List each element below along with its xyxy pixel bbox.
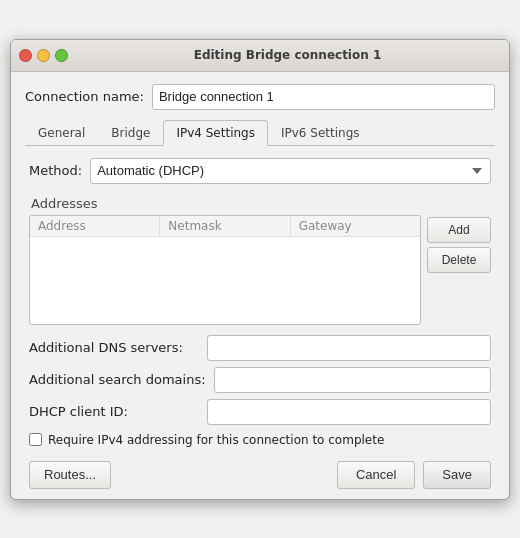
ipv4-settings-section: Method: Automatic (DHCP) Manual Link-Loc… [25,158,495,489]
method-select[interactable]: Automatic (DHCP) Manual Link-Local Only … [90,158,491,184]
action-buttons: Cancel Save [337,461,491,489]
bottom-row: Routes... Cancel Save [29,455,491,489]
tab-ipv6[interactable]: IPv6 Settings [268,120,373,146]
titlebar-buttons [19,49,68,62]
content-area: Connection name: General Bridge IPv4 Set… [11,72,509,499]
addresses-table: Address Netmask Gateway [29,215,421,325]
dhcp-row: DHCP client ID: [29,399,491,425]
require-ipv4-label: Require IPv4 addressing for this connect… [48,433,384,447]
table-body [30,237,420,319]
window-title: Editing Bridge connection 1 [74,48,501,62]
delete-button[interactable]: Delete [427,247,491,273]
dhcp-label: DHCP client ID: [29,404,199,419]
netmask-header: Netmask [160,216,290,236]
extra-fields: Additional DNS servers: Additional searc… [29,335,491,425]
connection-name-row: Connection name: [25,84,495,110]
table-header: Address Netmask Gateway [30,216,420,237]
require-ipv4-row: Require IPv4 addressing for this connect… [29,433,491,447]
search-row: Additional search domains: [29,367,491,393]
maximize-button[interactable] [55,49,68,62]
addresses-table-wrap: Address Netmask Gateway Add Delete [29,215,491,325]
require-ipv4-checkbox[interactable] [29,433,42,446]
dns-input[interactable] [207,335,491,361]
addresses-label: Addresses [29,196,491,211]
tab-bridge[interactable]: Bridge [98,120,163,146]
save-button[interactable]: Save [423,461,491,489]
window: Editing Bridge connection 1 Connection n… [10,39,510,500]
gateway-header: Gateway [291,216,420,236]
dns-row: Additional DNS servers: [29,335,491,361]
tab-ipv4[interactable]: IPv4 Settings [163,120,268,146]
connection-name-input[interactable] [152,84,495,110]
cancel-button[interactable]: Cancel [337,461,415,489]
search-label: Additional search domains: [29,372,206,387]
connection-name-label: Connection name: [25,89,144,104]
dhcp-input[interactable] [207,399,491,425]
search-input[interactable] [214,367,491,393]
close-button[interactable] [19,49,32,62]
addresses-section: Addresses Address Netmask Gateway Add De… [29,196,491,325]
titlebar: Editing Bridge connection 1 [11,40,509,72]
address-header: Address [30,216,160,236]
method-row: Method: Automatic (DHCP) Manual Link-Loc… [29,158,491,184]
tab-general[interactable]: General [25,120,98,146]
routes-button[interactable]: Routes... [29,461,111,489]
table-buttons: Add Delete [427,215,491,325]
method-label: Method: [29,163,82,178]
minimize-button[interactable] [37,49,50,62]
add-button[interactable]: Add [427,217,491,243]
dns-label: Additional DNS servers: [29,340,199,355]
tab-bar: General Bridge IPv4 Settings IPv6 Settin… [25,120,495,146]
